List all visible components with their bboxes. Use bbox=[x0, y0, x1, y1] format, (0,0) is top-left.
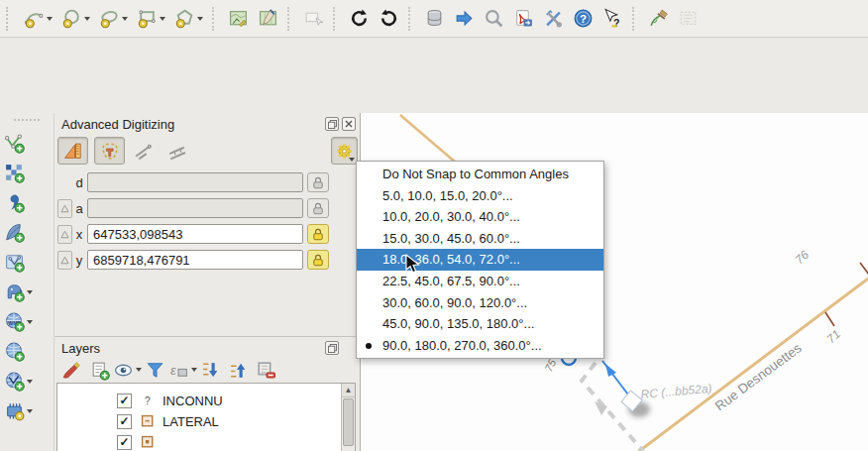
add-spatialite-layer-button[interactable] bbox=[4, 218, 50, 247]
add-delimited-text-layer-button[interactable] bbox=[4, 188, 50, 217]
add-wfs-layer-button[interactable] bbox=[4, 367, 50, 395]
draw-circular-string-button[interactable] bbox=[20, 4, 56, 33]
options-tools-button[interactable] bbox=[539, 4, 568, 33]
whats-this-button[interactable]: ? bbox=[598, 4, 627, 33]
toolbar-drag-handle[interactable] bbox=[14, 119, 40, 127]
draw-ellipse-button[interactable] bbox=[95, 4, 132, 33]
float-layers-button[interactable] bbox=[325, 341, 339, 355]
delta-y-toggle[interactable] bbox=[57, 251, 72, 270]
address-tick-76 bbox=[860, 263, 868, 275]
layer-row[interactable]: ✓LATERAL bbox=[57, 411, 355, 431]
refresh-map-button[interactable] bbox=[345, 4, 374, 33]
float-panel-button[interactable] bbox=[325, 117, 339, 131]
toolbar-separator bbox=[287, 7, 294, 31]
expand-all-button[interactable] bbox=[199, 359, 221, 381]
cad-input-y[interactable] bbox=[87, 250, 303, 270]
perpendicular-icon bbox=[166, 141, 187, 162]
layer-visibility-checkbox[interactable]: ✓ bbox=[117, 435, 132, 450]
cad-settings-button[interactable] bbox=[331, 137, 358, 165]
filter-by-expression-button[interactable]: ε bbox=[171, 359, 193, 381]
enable-advanced-digitizing-tool-button[interactable] bbox=[57, 137, 88, 165]
remove-layer-button[interactable] bbox=[255, 359, 276, 381]
menu-item-angle-3[interactable]: 15.0, 30.0, 45.0, 60.0°... bbox=[357, 228, 603, 250]
delta-a-toggle[interactable] bbox=[57, 199, 72, 218]
address-tick-71 bbox=[825, 312, 834, 326]
layer-label: LATERAL bbox=[163, 414, 219, 429]
whats-this-icon: ? bbox=[602, 8, 623, 29]
scroll-up-arrow[interactable]: ▲ bbox=[342, 384, 355, 397]
add-group-button[interactable] bbox=[88, 359, 110, 381]
delta-x-toggle[interactable] bbox=[57, 225, 72, 244]
osm-tools-button[interactable] bbox=[644, 4, 673, 33]
funnel-icon bbox=[145, 360, 165, 381]
menu-item-angle-5[interactable]: 22.5, 45.0, 67.5, 90.0°... bbox=[357, 271, 603, 292]
toolbar-shape-map-attributes: ?? bbox=[0, 0, 868, 38]
close-panel-button[interactable] bbox=[342, 117, 356, 131]
shape-polygon-icon bbox=[174, 8, 195, 29]
add-wms-icon: WMS bbox=[4, 311, 25, 332]
datasource-manager-button[interactable] bbox=[450, 4, 479, 33]
cad-row-d: d bbox=[54, 172, 360, 193]
filter-legend-button[interactable] bbox=[144, 359, 165, 381]
export-pdf-button[interactable] bbox=[509, 4, 538, 33]
house-number-71: 71 bbox=[824, 327, 843, 346]
manage-map-themes-button[interactable] bbox=[116, 359, 138, 381]
toolbar-drag-handle[interactable] bbox=[6, 7, 16, 31]
menu-item-angle-1[interactable]: 5.0, 10.0, 15.0, 20.0°... bbox=[357, 185, 603, 207]
layer-row[interactable]: ✓ bbox=[57, 432, 355, 451]
shape-ellipse-icon bbox=[99, 8, 120, 29]
add-mesh-layer-button[interactable] bbox=[4, 396, 50, 425]
svg-text:?: ? bbox=[580, 13, 587, 25]
draw-circle-button[interactable] bbox=[57, 4, 94, 33]
add-vector-layer-button[interactable] bbox=[4, 129, 50, 158]
db-manager-button[interactable] bbox=[420, 4, 449, 33]
rubber-band-arrowhead bbox=[605, 364, 616, 377]
menu-item-angle-6[interactable]: 30.0, 60.0, 90.0, 120.0°... bbox=[357, 292, 603, 314]
open-layer-styling-button[interactable] bbox=[60, 359, 82, 381]
draw-rectangle-button[interactable] bbox=[133, 4, 169, 33]
layer-label: INCONNU bbox=[163, 394, 223, 408]
cad-input-x[interactable] bbox=[87, 224, 303, 244]
menu-item-angle-0[interactable]: Do Not Snap to Common Angles bbox=[357, 164, 603, 185]
add-wfs-icon bbox=[4, 371, 25, 392]
layer-row[interactable]: ✓?INCONNU bbox=[57, 391, 355, 410]
house-number-76: 76 bbox=[793, 248, 813, 268]
help-contents-button[interactable]: ? bbox=[569, 4, 597, 33]
draw-regular-polygon-button[interactable] bbox=[170, 4, 207, 33]
add-raster-layer-button[interactable] bbox=[4, 159, 50, 187]
dropdown-caret-icon bbox=[136, 368, 142, 372]
search-button[interactable] bbox=[480, 4, 508, 33]
add-virtual-layer-button[interactable] bbox=[4, 248, 50, 277]
cad-label-a: a bbox=[73, 201, 85, 216]
refresh-back-button[interactable] bbox=[375, 4, 403, 33]
help-icon: ? bbox=[573, 8, 594, 29]
collapse-all-button[interactable] bbox=[227, 359, 249, 381]
perpendicular-constraint-button[interactable] bbox=[162, 137, 192, 165]
layer-visibility-checkbox[interactable]: ✓ bbox=[117, 414, 132, 429]
layers-scrollbar[interactable]: ▲ bbox=[341, 384, 355, 451]
svg-text:?: ? bbox=[145, 395, 151, 405]
parallel-icon bbox=[133, 141, 154, 162]
cad-input-d bbox=[87, 172, 303, 192]
layer-visibility-checkbox[interactable]: ✓ bbox=[117, 394, 132, 408]
brush-icon bbox=[61, 360, 82, 381]
map-edit-tool-button[interactable] bbox=[254, 4, 282, 33]
feature-annotation: RC (...bb52a) bbox=[640, 382, 712, 401]
add-wcs-layer-button[interactable] bbox=[4, 337, 50, 366]
lock-y-button[interactable] bbox=[307, 250, 329, 270]
lock-a-button[interactable] bbox=[307, 198, 329, 218]
map-style-tool-button[interactable] bbox=[224, 4, 253, 33]
add-wms-layer-button[interactable]: WMS bbox=[4, 307, 50, 336]
lock-x-button[interactable] bbox=[307, 224, 329, 244]
parallel-constraint-button[interactable] bbox=[128, 137, 159, 165]
scrollbar-thumb[interactable] bbox=[343, 398, 354, 446]
add-raster-icon bbox=[4, 163, 25, 183]
menu-item-angle-2[interactable]: 10.0, 20.0, 30.0, 40.0°... bbox=[357, 206, 603, 228]
menu-item-angle-4[interactable]: 18.0, 36.0, 54.0, 72.0°... bbox=[357, 249, 603, 271]
add-postgis-layer-button[interactable] bbox=[4, 278, 50, 306]
add-virtual-icon bbox=[4, 252, 25, 273]
construction-mode-button[interactable] bbox=[94, 137, 125, 165]
menu-item-angle-8[interactable]: 90.0, 180.0, 270.0, 360.0°... bbox=[357, 335, 603, 357]
lock-d-button[interactable] bbox=[307, 172, 329, 192]
menu-item-angle-7[interactable]: 45.0, 90.0, 135.0, 180.0°... bbox=[357, 313, 603, 335]
